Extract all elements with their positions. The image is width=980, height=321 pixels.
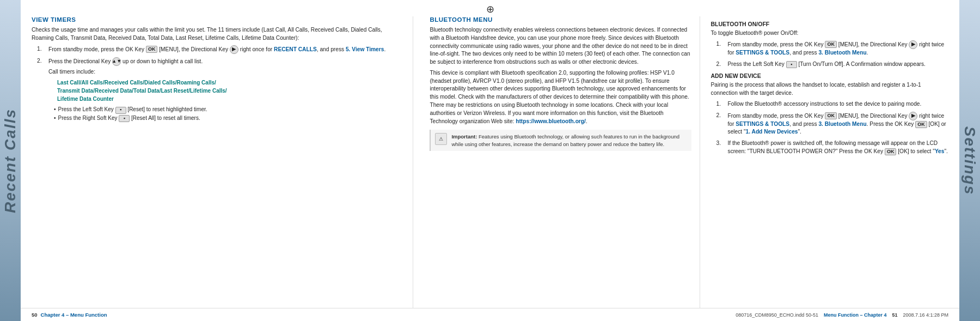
timers-steps: 1. From standby mode, press the OK Key O…	[37, 45, 402, 124]
add-device-step-1-num: 1.	[716, 100, 725, 108]
dir-key-2: ▲▼	[112, 57, 121, 66]
recent-calls-link: RECENT CALLS	[274, 46, 317, 52]
important-note: ⚠ Important: Features using Bluetooth te…	[430, 130, 691, 151]
left-page-num: 50	[32, 312, 38, 318]
left-sidebar: Recent Calls	[0, 0, 21, 321]
onoff-step-1-num: 1.	[716, 40, 725, 57]
bullet-1: Press the Left Soft Key ▪ [Reset] to res…	[54, 105, 227, 113]
ok-key-1: OK	[146, 46, 158, 53]
right-page-num: 51	[892, 312, 897, 318]
onoff-step-1-text: From standby mode, press the OK Key OK […	[728, 40, 948, 57]
timers-step-2: 2. Press the Directional Key ▲▼ up or do…	[37, 57, 402, 124]
add-device-step-2-text: From standby mode, press the OK Key OK […	[728, 112, 948, 137]
bullet-1-text: Press the Left Soft Key ▪ [Reset] to res…	[58, 105, 207, 113]
ok-key-2: OK	[825, 41, 837, 48]
bluetooth-url: https://www.bluetooth.org/	[516, 118, 586, 124]
add-device-step-1-text: Follow the Bluetooth® accessory instruct…	[728, 100, 922, 108]
right-sidebar-label: Settings	[961, 126, 978, 195]
left-soft-key-1: ▪	[115, 107, 126, 114]
date-info: 2008.7.16 4:1:28 PM	[903, 312, 948, 318]
bluetooth-menu-link-2: 3. Bluetooth Menu	[818, 121, 866, 127]
add-new-devices-link: 1. Add New Devices	[746, 129, 798, 135]
bluetooth-settings-page: BLUETOOTH ON/OFF To toggle Bluetooth® po…	[711, 16, 948, 308]
footer-left: 50 Chapter 4 – Menu Function	[32, 312, 107, 318]
highlight-list: Last Call/All Calls/Received Calls/Diale…	[57, 78, 227, 103]
bullet-list: Press the Left Soft Key ▪ [Reset] to res…	[54, 105, 227, 122]
onoff-step-2: 2. Press the Left Soft Key ▪ [Turn On/Tu…	[716, 60, 948, 69]
bullet-2: Press the Right Soft Key ▪ [Reset All] t…	[54, 114, 227, 122]
bluetooth-menu-title: BLUETOOTH MENU	[430, 16, 691, 23]
add-device-step-3: 3. If the Bluetooth® power is switched o…	[716, 140, 948, 156]
onoff-step-1: 1. From standby mode, press the OK Key O…	[716, 40, 948, 57]
step-1-num: 1.	[37, 45, 46, 54]
right-chapter: Menu Function – Chapter 4	[824, 312, 887, 318]
important-icon: ⚠	[435, 133, 447, 145]
view-timers-title: VIEW TIMERS	[32, 16, 402, 23]
right-soft-key-1: ▪	[119, 115, 130, 122]
bluetooth-intro-1: Bluetooth technology connectivity enable…	[430, 26, 691, 66]
hl-item-3: Lifetime Data Counter	[57, 95, 227, 103]
hl-item-1: Last Call/All Calls/Received Calls/Diale…	[57, 78, 227, 87]
add-device-step-3-text: If the Bluetooth® power is switched off,…	[728, 140, 948, 156]
yes-link: Yes	[935, 148, 945, 154]
important-content: Features using Bluetooth technology, or …	[451, 134, 679, 147]
onoff-step-2-text: Press the Left Soft Key ▪ [Turn On/Turn …	[728, 60, 926, 69]
step-1-text: From standby mode, press the OK Key OK […	[48, 45, 385, 54]
view-timers-link: 5. View Timers	[346, 46, 384, 52]
onoff-steps: 1. From standby mode, press the OK Key O…	[716, 40, 948, 69]
important-text: Important: Features using Bluetooth tech…	[451, 133, 687, 148]
settings-tools-link-1: SETTINGS & TOOLS	[736, 50, 789, 56]
content-area: VIEW TIMERS Checks the usage time and ma…	[21, 16, 959, 308]
dir-key-1: ▶	[230, 45, 238, 54]
add-device-step-3-num: 3.	[716, 140, 725, 156]
timers-step-1: 1. From standby mode, press the OK Key O…	[37, 45, 402, 54]
call-timers-label: Call timers include:	[48, 68, 227, 76]
footer: 50 Chapter 4 – Menu Function 080716_CDM8…	[21, 308, 959, 321]
add-device-step-2: 2. From standby mode, press the OK Key O…	[716, 112, 948, 137]
add-device-step-2-num: 2.	[716, 112, 725, 137]
ok-key-5: OK	[885, 148, 897, 155]
crosshair-icon: ⊕	[486, 3, 494, 15]
add-device-steps: 1. Follow the Bluetooth® accessory instr…	[716, 100, 948, 156]
dir-key-4: ▶	[909, 112, 917, 120]
bluetooth-onoff-title: BLUETOOTH ON/OFF	[711, 21, 948, 27]
bullet-2-text: Press the Right Soft Key ▪ [Reset All] t…	[58, 114, 200, 122]
settings-tools-link-2: SETTINGS & TOOLS	[736, 121, 789, 127]
right-sidebar: Settings	[959, 0, 980, 321]
bluetooth-menu-link-1: 3. Bluetooth Menu	[818, 50, 866, 56]
add-device-intro: Pairing is the process that allows the h…	[711, 81, 948, 98]
right-pages: BLUETOOTH MENU Bluetooth technology conn…	[430, 16, 948, 308]
left-page: VIEW TIMERS Checks the usage time and ma…	[32, 16, 413, 308]
hl-item-2: Transmit Data/Received Data/Total Data/L…	[57, 87, 227, 95]
onoff-step-2-num: 2.	[716, 60, 725, 69]
left-chapter: Chapter 4 – Menu Function	[41, 312, 107, 318]
top-bar: ⊕	[21, 0, 959, 16]
left-soft-key-2: ▪	[786, 61, 797, 68]
dir-key-3: ▶	[909, 40, 917, 49]
step-2-main-text: Press the Directional Key ▲▼ up or down …	[48, 57, 227, 66]
footer-right: 080716_CDM8950_ECHO.indd 50-51 Menu Func…	[736, 312, 948, 318]
main-content: ⊕ VIEW TIMERS Checks the usage time and …	[21, 0, 959, 321]
step-2-content: Press the Directional Key ▲▼ up or down …	[48, 57, 227, 124]
ok-key-4: OK	[915, 121, 927, 128]
bluetooth-onoff-intro: To toggle Bluetooth® power On/Off:	[711, 29, 948, 38]
left-sidebar-label: Recent Calls	[2, 108, 19, 213]
bluetooth-menu-page: BLUETOOTH MENU Bluetooth technology conn…	[430, 16, 700, 308]
view-timers-intro: Checks the usage time and manages your c…	[32, 26, 402, 43]
file-info: 080716_CDM8950_ECHO.indd 50-51	[736, 312, 818, 318]
bluetooth-intro-2: This device is compliant with Bluetooth …	[430, 69, 691, 125]
ok-key-3: OK	[825, 112, 837, 119]
important-label: Important:	[451, 134, 477, 140]
add-device-title: ADD NEW DEVICE	[711, 72, 948, 79]
add-device-step-1: 1. Follow the Bluetooth® accessory instr…	[716, 100, 948, 108]
step-2-num: 2.	[37, 57, 46, 124]
